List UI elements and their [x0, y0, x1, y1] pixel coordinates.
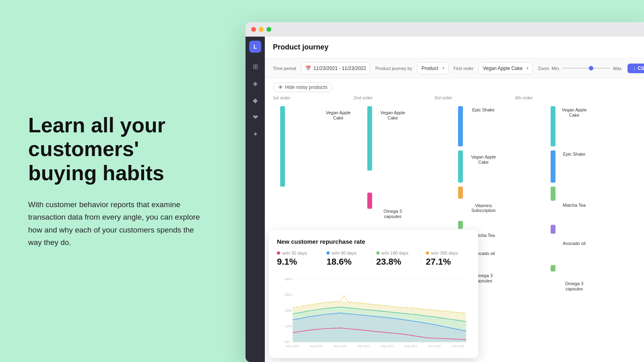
svg-rect-6	[367, 193, 372, 209]
svg-rect-27	[551, 150, 555, 183]
svg-text:Vitamins: Vitamins	[475, 203, 492, 208]
svg-text:20%: 20%	[285, 309, 292, 313]
hide-noisy-button[interactable]: 👁 Hide noisy products	[273, 82, 332, 92]
svg-text:Aug 2020: Aug 2020	[310, 344, 322, 348]
metric-180-value: 23.8%	[376, 257, 416, 267]
svg-text:Vegan Apple: Vegan Apple	[471, 154, 496, 159]
sankey-area: 👁 Hide noisy products 1st order 2nd orde…	[265, 78, 644, 362]
filter-bar: Time period 📅 11/23/2021 - 11/23/2022 Pr…	[265, 58, 644, 78]
svg-text:Feb 2022: Feb 2022	[452, 344, 464, 348]
popup-title: New customer repurchase rate	[277, 238, 470, 245]
metric-365-dot	[426, 251, 429, 255]
svg-text:Cake: Cake	[478, 160, 489, 165]
metric-365-days: w/in 365 days 27.1%	[426, 251, 470, 267]
time-period-label: Time period	[273, 66, 296, 71]
journey-by-select[interactable]: Product ▾	[417, 62, 448, 74]
right-panel: L ⊞ ◈ ◆ ❤ ✦ Product journey Time period …	[233, 0, 644, 362]
svg-rect-33	[551, 265, 555, 272]
first-order-select[interactable]: Vegan Apple Cake ▾	[479, 62, 533, 74]
svg-text:Epic Shake: Epic Shake	[472, 107, 495, 112]
chevron-down-icon-2: ▾	[526, 66, 528, 70]
headline: Learn all your customers' buying habits	[28, 113, 205, 185]
svg-text:Aug 2021: Aug 2021	[405, 344, 417, 348]
svg-rect-24	[551, 106, 555, 146]
zoom-max-label: Max.	[613, 66, 623, 71]
minimize-button[interactable]	[259, 27, 264, 32]
journey-by-label: Product journey by	[375, 66, 412, 71]
chart-area: 40% 30% 20% 10% 0%	[277, 274, 470, 350]
order-label-3: 3rd order	[434, 95, 515, 103]
svg-text:Omega 3: Omega 3	[565, 281, 583, 286]
svg-text:Vegan Apple: Vegan Apple	[326, 110, 351, 115]
metric-180-dot	[376, 251, 380, 255]
sidebar-item-analytics[interactable]: ◈	[248, 76, 262, 90]
metric-365-label: w/in 365 days	[426, 251, 465, 255]
svg-text:0%: 0%	[285, 340, 290, 344]
svg-text:capsules: capsules	[384, 214, 402, 219]
svg-text:May 2020: May 2020	[286, 344, 299, 348]
svg-text:Vegan Apple: Vegan Apple	[380, 110, 405, 115]
sidebar-item-settings[interactable]: ✦	[248, 127, 262, 141]
svg-text:Cake: Cake	[388, 115, 398, 120]
hide-noisy-label: Hide noisy products	[285, 84, 327, 90]
metric-90-label: w/in 90 days	[326, 251, 366, 255]
metric-90-value: 18.6%	[326, 257, 366, 267]
svg-text:Avocado oil: Avocado oil	[563, 241, 586, 246]
maximize-button[interactable]	[266, 27, 271, 32]
svg-text:10%: 10%	[285, 324, 292, 328]
svg-text:Matcha Tea: Matcha Tea	[563, 203, 586, 208]
svg-text:Feb 2021: Feb 2021	[357, 344, 370, 348]
csv-button[interactable]: ↓ CSV	[627, 64, 644, 73]
zoom-min-label: Min.	[552, 66, 560, 71]
csv-label: CSV	[638, 66, 644, 71]
time-period-value: 11/23/2021 - 11/23/2022	[314, 66, 366, 71]
svg-text:Omega 3: Omega 3	[384, 209, 402, 214]
metrics-row: w/in 30 days 9.1% w/in 90 days 18.6%	[277, 251, 470, 267]
sidebar-item-reports[interactable]: ❤	[248, 110, 262, 124]
first-order-label: First order	[454, 66, 474, 71]
metric-180-label: w/in 180 days	[376, 251, 416, 255]
main-content: Product journey Time period 📅 11/23/2021…	[265, 37, 644, 362]
close-button[interactable]	[251, 27, 256, 32]
order-label-2: 2nd order	[354, 95, 435, 103]
repurchase-chart: 40% 30% 20% 10% 0%	[277, 274, 470, 350]
svg-rect-11	[458, 150, 463, 183]
svg-text:30%: 30%	[285, 293, 292, 297]
order-label-1: 1st order	[273, 95, 354, 103]
svg-text:Cake: Cake	[569, 113, 580, 117]
svg-text:Nov 2021: Nov 2021	[428, 344, 441, 348]
journey-by-value: Product	[421, 66, 438, 71]
metric-30-days: w/in 30 days 9.1%	[277, 251, 322, 267]
app-window: L ⊞ ◈ ◆ ❤ ✦ Product journey Time period …	[246, 22, 644, 362]
top-header: Product journey	[265, 37, 644, 58]
popup-card: New customer repurchase rate w/in 30 day…	[269, 230, 478, 358]
download-icon: ↓	[633, 66, 636, 71]
order-labels: 1st order 2nd order 3rd order 4th order	[273, 95, 596, 103]
metric-30-value: 9.1%	[277, 257, 316, 267]
svg-text:Epic Shake: Epic Shake	[563, 152, 586, 156]
svg-text:capsules: capsules	[566, 286, 583, 291]
first-order-value: Vegan Apple Cake	[483, 66, 523, 71]
subtext: With customer behavior reports that exam…	[28, 198, 205, 249]
zoom-control: Zoom Min. Max.	[538, 66, 623, 71]
svg-text:Nov 2020: Nov 2020	[334, 344, 346, 348]
svg-text:40%: 40%	[285, 277, 292, 281]
chevron-down-icon: ▾	[442, 66, 444, 70]
svg-rect-3	[367, 106, 372, 171]
svg-text:Cake: Cake	[333, 115, 344, 120]
svg-rect-29	[551, 187, 555, 201]
sidebar-item-dashboard[interactable]: ⊞	[248, 59, 262, 74]
sidebar-logo: L	[249, 41, 261, 53]
sidebar-item-journey[interactable]: ◆	[248, 93, 262, 107]
time-period-select[interactable]: 📅 11/23/2021 - 11/23/2022	[301, 62, 371, 74]
svg-text:Subscription: Subscription	[471, 208, 496, 213]
svg-rect-31	[551, 225, 555, 234]
zoom-slider[interactable]	[562, 68, 611, 69]
zoom-thumb	[589, 66, 593, 70]
svg-rect-14	[458, 187, 463, 199]
zoom-label: Zoom	[538, 66, 549, 71]
page-title: Product journey	[273, 43, 328, 51]
order-label-4: 4th order	[515, 95, 596, 103]
svg-rect-9	[458, 106, 463, 146]
metric-30-dot	[277, 251, 280, 255]
